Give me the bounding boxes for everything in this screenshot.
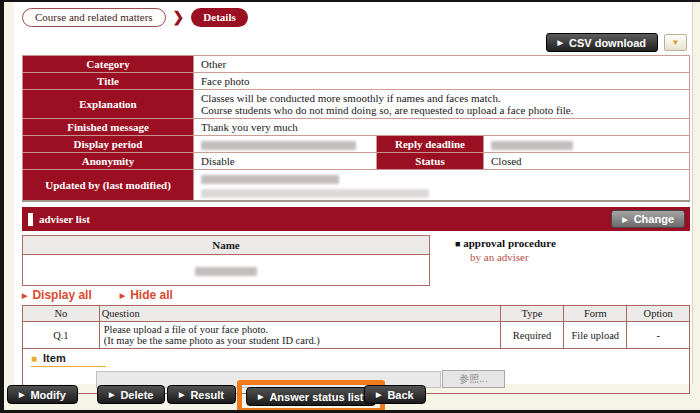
csv-download-button[interactable]: ▶ CSV download (546, 33, 658, 52)
question-type: Required (500, 322, 564, 349)
table-row: Updated by (last modified) (23, 170, 690, 202)
approval-procedure-title: ■ approval procedure (455, 237, 556, 249)
delete-label: Delete (120, 389, 153, 401)
row-value-redacted (484, 136, 690, 153)
question-number: Q.1 (23, 322, 100, 349)
question-line-1: Please upload a file of your face photo. (104, 324, 496, 335)
row-value: Thank you very much (194, 119, 690, 136)
display-all-link[interactable]: ▶ Display all (22, 288, 92, 302)
play-icon: ▶ (376, 391, 381, 398)
table-row: Title Face photo (23, 73, 690, 90)
row-label: Finished message (23, 119, 194, 136)
name-column-header: Name (23, 236, 430, 255)
hide-all-link[interactable]: ▶ Hide all (120, 288, 173, 302)
row-label: Display period (23, 136, 194, 153)
table-header-row: No Question Type Form Option (23, 306, 690, 322)
table-row: Display period Reply deadline (23, 136, 690, 153)
item-square-icon: ■ (31, 353, 37, 364)
play-icon: ▶ (109, 391, 114, 398)
column-header-no: No (23, 306, 100, 322)
column-header-type: Type (500, 306, 564, 322)
question-option: - (627, 322, 690, 349)
column-header-question: Question (99, 306, 500, 322)
row-label: Explanation (23, 90, 194, 119)
row-label: Anonymity (23, 153, 194, 170)
row-label: Title (23, 73, 194, 90)
square-bullet-icon: ■ (455, 239, 460, 249)
modify-label: Modify (30, 389, 65, 401)
approval-by-adviser: by an adviser (470, 251, 556, 263)
play-icon: ▶ (558, 39, 563, 46)
table-row: Anonymity Disable Status Closed (23, 153, 690, 170)
row-value-redacted (194, 170, 690, 202)
content-panel: Course and related matters ❯ Details ▶ C… (14, 2, 693, 384)
play-icon: ▶ (622, 216, 627, 223)
play-icon: ▶ (22, 292, 27, 299)
answer-status-highlight-box: ▶ Answer status list (237, 380, 385, 413)
section-flag-icon (28, 213, 33, 226)
adviser-name-redacted (23, 255, 430, 286)
question-line-2: (It may be the same photo as your studen… (104, 335, 496, 346)
row-value: Other (194, 56, 690, 73)
breadcrumb: Course and related matters ❯ Details (22, 8, 248, 27)
approval-procedure: ■ approval procedure by an adviser (455, 237, 556, 263)
question-row: Q.1 Please upload a file of your face ph… (23, 322, 690, 349)
play-icon: ▶ (179, 391, 184, 398)
modify-button[interactable]: ▶ Modify (7, 385, 78, 404)
table-row (23, 255, 430, 286)
details-table: Category Other Title Face photo Explanat… (22, 55, 690, 202)
csv-download-label: CSV download (569, 37, 646, 49)
table-row: Finished message Thank you very much (23, 119, 690, 136)
answer-status-list-label: Answer status list (269, 391, 363, 403)
item-header: ■ Item (23, 349, 689, 367)
result-button[interactable]: ▶ Result (167, 385, 236, 404)
back-button[interactable]: ▶ Back (364, 385, 426, 404)
csv-dropdown-button[interactable]: ▼ (664, 34, 687, 51)
adviser-name-table: Name (22, 235, 430, 286)
browse-button[interactable]: 参照... (442, 370, 505, 388)
row-label: Updated by (last modified) (23, 170, 194, 202)
row-label: Reply deadline (377, 136, 484, 153)
explanation-line-1: Classes will be conducted more smoothly … (201, 92, 682, 104)
approval-procedure-label: approval procedure (463, 237, 556, 249)
answer-status-list-button[interactable]: ▶ Answer status list (246, 387, 376, 406)
column-header-option: Option (627, 306, 690, 322)
question-text: Please upload a file of your face photo.… (99, 322, 500, 349)
adviser-list-header: adviser list ▶ Change (22, 207, 690, 231)
page-frame: Course and related matters ❯ Details ▶ C… (0, 0, 700, 413)
table-row: Category Other (23, 56, 690, 73)
breadcrumb-details: Details (191, 8, 247, 27)
breadcrumb-course-matters[interactable]: Course and related matters (22, 8, 166, 27)
item-label: Item (43, 352, 66, 364)
row-value: Classes will be conducted more smoothly … (194, 90, 690, 119)
row-value-redacted (194, 136, 377, 153)
display-all-label: Display all (32, 288, 91, 302)
change-button[interactable]: ▶ Change (611, 210, 685, 228)
chevron-down-icon: ▼ (672, 38, 680, 47)
explanation-line-2: Course students who do not mind doing so… (201, 104, 682, 116)
table-row: Explanation Classes will be conducted mo… (23, 90, 690, 119)
play-icon: ▶ (258, 393, 263, 400)
chevron-right-icon: ❯ (173, 11, 185, 25)
expand-links: ▶ Display all ▶ Hide all (22, 288, 173, 302)
csv-toolbar: ▶ CSV download ▼ (546, 33, 687, 52)
delete-button[interactable]: ▶ Delete (97, 385, 165, 404)
row-value: Face photo (194, 73, 690, 90)
row-value: Disable (194, 153, 377, 170)
hide-all-label: Hide all (130, 288, 173, 302)
row-label: Status (377, 153, 484, 170)
table-header-row: Name (23, 236, 430, 255)
back-label: Back (387, 389, 413, 401)
row-value: Closed (484, 153, 690, 170)
adviser-list-title: adviser list (39, 213, 90, 225)
play-icon: ▶ (120, 292, 125, 299)
result-label: Result (190, 389, 224, 401)
column-header-form: Form (564, 306, 627, 322)
row-label: Category (23, 56, 194, 73)
play-icon: ▶ (19, 391, 24, 398)
change-label: Change (634, 213, 674, 225)
question-form: File upload (564, 322, 627, 349)
